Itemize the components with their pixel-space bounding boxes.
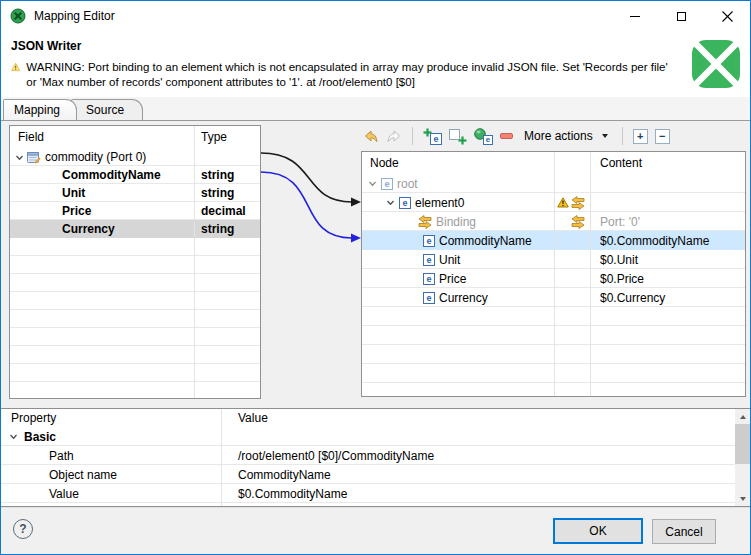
property-name: Value bbox=[1, 487, 221, 501]
column-property: Property bbox=[1, 411, 221, 425]
property-value: CommodityName bbox=[221, 468, 735, 482]
element-icon: e bbox=[399, 197, 411, 209]
node-content: $0.Price bbox=[590, 272, 745, 286]
maximize-icon bbox=[677, 12, 686, 21]
add-child-element-button[interactable]: e bbox=[423, 128, 442, 145]
redo-button[interactable] bbox=[386, 129, 402, 144]
column-type: Type bbox=[194, 130, 260, 144]
close-button[interactable] bbox=[704, 1, 750, 31]
window-title: Mapping Editor bbox=[34, 9, 115, 23]
column-node: Node bbox=[362, 156, 554, 170]
mapping-arrows bbox=[259, 121, 363, 403]
mapping-editor-dialog: Mapping Editor JSON Writer WARNING: Port… bbox=[0, 0, 751, 555]
redo-icon bbox=[386, 129, 402, 144]
tab-source-label: Source bbox=[86, 103, 124, 117]
property-table-header: Property Value bbox=[1, 409, 750, 427]
expand-all-button[interactable]: + bbox=[633, 129, 648, 144]
node-label: Unit bbox=[439, 253, 460, 267]
field-row-unit[interactable]: Unit string bbox=[10, 184, 260, 202]
column-value: Value bbox=[221, 411, 750, 425]
node-content: $0.Currency bbox=[590, 291, 745, 305]
minimize-button[interactable] bbox=[612, 1, 658, 31]
node-content: Port: '0' bbox=[590, 215, 745, 229]
property-row-value[interactable]: Value $0.CommodityName bbox=[1, 484, 735, 503]
ok-button[interactable]: OK bbox=[553, 518, 643, 544]
scrollbar-thumb[interactable] bbox=[735, 424, 750, 464]
binding-icon bbox=[571, 215, 585, 229]
undo-button[interactable] bbox=[363, 129, 379, 144]
more-actions-button[interactable]: More actions bbox=[520, 127, 612, 145]
vertical-scrollbar[interactable] bbox=[735, 409, 750, 506]
chevron-down-icon[interactable] bbox=[9, 432, 18, 441]
tab-mapping[interactable]: Mapping bbox=[3, 99, 77, 120]
field-type: string bbox=[194, 186, 260, 200]
add-wildcard-element-button[interactable]: e bbox=[474, 128, 493, 145]
warning-icon bbox=[11, 60, 20, 74]
chevron-down-icon[interactable] bbox=[15, 153, 24, 162]
node-label: Price bbox=[439, 272, 466, 286]
port-record-label: commodity (Port 0) bbox=[45, 150, 146, 164]
warning-message: WARNING: Port binding to an element whic… bbox=[26, 60, 671, 90]
element-icon: e bbox=[423, 292, 435, 304]
element-icon: e bbox=[423, 273, 435, 285]
page-title: JSON Writer bbox=[11, 39, 81, 53]
node-label: element0 bbox=[415, 196, 464, 210]
collapse-all-button[interactable]: − bbox=[655, 129, 670, 144]
dropdown-caret-icon bbox=[602, 134, 608, 138]
property-value: $0.CommodityName bbox=[221, 487, 735, 501]
remove-button[interactable] bbox=[500, 133, 513, 139]
binding-icon bbox=[418, 215, 432, 229]
node-label: CommodityName bbox=[439, 234, 532, 248]
dialog-header: JSON Writer WARNING: Port binding to an … bbox=[1, 31, 750, 97]
warning-icon bbox=[557, 197, 569, 208]
tab-mapping-label: Mapping bbox=[14, 103, 60, 117]
field-table: Field Type bbox=[9, 125, 261, 399]
clover-app-icon bbox=[10, 8, 26, 24]
record-icon bbox=[27, 151, 41, 164]
column-divider[interactable] bbox=[194, 126, 195, 398]
property-value: /root/element0 [$0]/CommodityName bbox=[221, 449, 735, 463]
scroll-down-button[interactable] bbox=[735, 491, 750, 506]
node-content: $0.Unit bbox=[590, 253, 745, 267]
column-divider[interactable] bbox=[590, 152, 591, 396]
field-row-port[interactable]: commodity (Port 0) bbox=[10, 148, 260, 166]
ok-label: OK bbox=[589, 524, 606, 538]
column-divider[interactable] bbox=[554, 152, 555, 396]
field-row-currency[interactable]: Currency string bbox=[10, 220, 260, 238]
element-icon: e bbox=[423, 235, 435, 247]
column-divider[interactable] bbox=[221, 409, 222, 506]
property-group-basic[interactable]: Basic bbox=[1, 427, 735, 446]
property-name: Path bbox=[1, 449, 221, 463]
property-table-body: Basic Path /root/element0 [$0]/Commodity… bbox=[1, 427, 735, 506]
element-icon: e bbox=[423, 254, 435, 266]
help-icon: ? bbox=[19, 522, 26, 536]
mapping-arrow-black bbox=[261, 153, 352, 202]
column-content: Content bbox=[590, 156, 745, 170]
add-property-button[interactable] bbox=[449, 128, 467, 145]
field-name: Currency bbox=[10, 220, 194, 238]
chevron-down-icon[interactable] bbox=[386, 198, 395, 207]
close-icon bbox=[722, 11, 733, 22]
node-table: Node Content e root e bbox=[361, 151, 746, 397]
chevron-down-icon[interactable] bbox=[368, 179, 377, 188]
plus-icon bbox=[423, 128, 432, 137]
field-row-commodityname[interactable]: CommodityName string bbox=[10, 166, 260, 184]
button-bar: ? OK Cancel bbox=[1, 507, 750, 554]
field-type: decimal bbox=[194, 204, 260, 218]
field-row-price[interactable]: Price decimal bbox=[10, 202, 260, 220]
property-row-path[interactable]: Path /root/element0 [$0]/CommodityName bbox=[1, 446, 735, 465]
property-panel: Property Value Basic Path /root/element0… bbox=[1, 408, 750, 507]
field-table-header: Field Type bbox=[10, 126, 260, 148]
column-field: Field bbox=[10, 130, 194, 144]
tab-source[interactable]: Source bbox=[71, 99, 143, 120]
property-name: Object name bbox=[1, 468, 221, 482]
field-name: Price bbox=[10, 202, 194, 220]
undo-icon bbox=[363, 129, 379, 144]
maximize-button[interactable] bbox=[658, 1, 704, 31]
property-row-object-name[interactable]: Object name CommodityName bbox=[1, 465, 735, 484]
scroll-up-button[interactable] bbox=[735, 409, 750, 424]
tab-bar: Mapping Source bbox=[1, 97, 750, 121]
more-actions-label: More actions bbox=[524, 129, 593, 143]
help-button[interactable]: ? bbox=[13, 519, 33, 539]
cancel-button[interactable]: Cancel bbox=[652, 519, 716, 544]
